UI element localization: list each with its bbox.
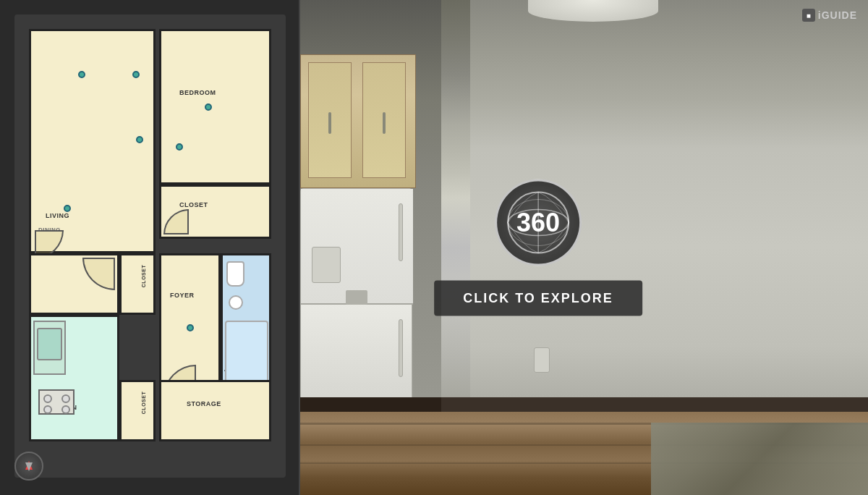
globe-icon: 360: [495, 179, 582, 266]
compass-south: [25, 462, 33, 471]
fridge-top-handle: [399, 203, 403, 261]
camera-dot-living-3[interactable]: [176, 143, 183, 151]
room-closet1: CLOSET: [159, 185, 271, 239]
explore-button[interactable]: CLICK TO EXPLORE: [434, 281, 642, 316]
room-kitchen: KITCHEN: [29, 315, 119, 441]
sink: [229, 295, 243, 310]
compass-needle: [24, 461, 34, 471]
fridge-brand-logo: [346, 290, 367, 305]
closet2-label: CLOSET: [141, 248, 146, 305]
floorplan-canvas: LIVING DINING BEDROOM CLOSET: [25, 25, 275, 467]
sink-basin: [37, 328, 62, 360]
living-label: LIVING: [46, 212, 69, 219]
compass: [14, 452, 43, 481]
room-living: LIVING DINING: [29, 29, 156, 253]
room-storage: STORAGE: [159, 380, 271, 441]
explore-overlay[interactable]: 360 CLICK TO EXPLORE: [434, 179, 642, 316]
upper-cabinet: [300, 54, 416, 188]
room-closet3: CLOSET: [119, 380, 156, 441]
burner-2: [61, 394, 70, 403]
iguide-brand-name: iGUIDE: [818, 9, 857, 21]
floor-rug: [651, 423, 868, 495]
iguide-camera-icon: ■: [802, 9, 815, 22]
camera-dot-bedroom[interactable]: [205, 103, 212, 111]
room-entry: [29, 253, 119, 315]
floorplan-panel: LIVING DINING BEDROOM CLOSET: [0, 0, 300, 495]
camera-dot-living-2[interactable]: [132, 71, 140, 78]
fridge-dispenser: [312, 247, 341, 283]
foyer-label: FOYER: [170, 292, 195, 299]
camera-dot-living-4[interactable]: [64, 205, 71, 212]
cabinet-door-left: [308, 62, 352, 178]
toilet: [226, 261, 244, 287]
light-switch: [534, 347, 550, 373]
ceiling-light: [528, 0, 658, 22]
stove: [38, 389, 75, 415]
bedroom-label: BEDROOM: [179, 89, 216, 96]
baseboard-right: [441, 397, 868, 412]
globe-number: 360: [516, 208, 560, 238]
floorplan-inner: LIVING DINING BEDROOM CLOSET: [14, 14, 286, 478]
fridge-bottom-handle: [399, 319, 403, 377]
iguide-logo: ■ iGUIDE: [802, 9, 857, 22]
burner-4: [61, 405, 70, 414]
room-bedroom: BEDROOM: [159, 29, 271, 185]
closet3-label: CLOSET: [141, 374, 146, 432]
burner-1: [43, 394, 52, 403]
closet1-label: CLOSET: [179, 201, 208, 208]
burner-3: [43, 405, 52, 414]
cabinet-door-right: [362, 62, 406, 178]
camera-dot-living-5[interactable]: [136, 136, 143, 143]
baseboard-left: [297, 397, 441, 412]
storage-label: STORAGE: [187, 400, 221, 407]
camera-dot-foyer[interactable]: [187, 324, 194, 331]
cabinet-handle-left: [328, 112, 331, 134]
cabinet-handle-right: [383, 112, 386, 134]
camera-dot-living-1[interactable]: [78, 71, 85, 78]
door-arc-entry: [82, 258, 115, 290]
door-arc-closet1: [163, 209, 189, 234]
bathtub: [225, 321, 268, 386]
room-closet2: CLOSET: [119, 253, 156, 315]
